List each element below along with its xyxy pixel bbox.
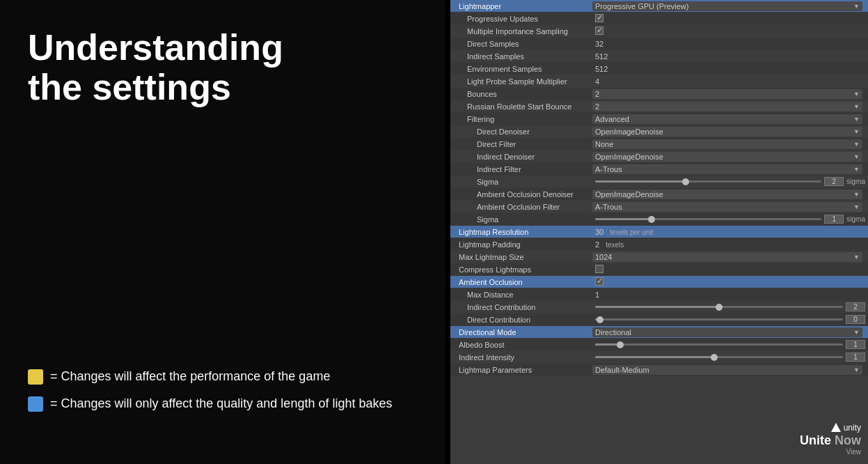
direct-denoiser-dropdown-arrow: ▼ <box>853 128 860 135</box>
indirect-samples-row: Indirect Samples 512 <box>450 50 868 63</box>
sigma-indirect-num: 2 <box>824 177 844 186</box>
title-line1: Understanding <box>28 27 283 68</box>
light-probe-row: Light Probe Sample Multiplier 4 <box>450 75 868 88</box>
indirect-contribution-thumb[interactable] <box>716 304 723 311</box>
ao-denoiser-dropdown-arrow: ▼ <box>853 191 860 198</box>
direct-contribution-track[interactable] <box>595 318 843 320</box>
albedo-boost-label: Albedo Boost <box>453 341 592 349</box>
russian-roulette-value[interactable]: 2 ▼ <box>592 102 862 111</box>
lightmap-padding-value: 2 texels <box>592 240 865 249</box>
ambient-occlusion-value <box>592 277 865 287</box>
lightmap-parameters-value[interactable]: Default-Medium ▼ <box>592 365 862 375</box>
direct-denoiser-value[interactable]: OpenImageDenoise ▼ <box>592 127 862 137</box>
directional-mode-dropdown-arrow: ▼ <box>853 329 860 336</box>
title-block: Understanding the settings <box>28 28 418 107</box>
lightmapper-label: Lightmapper <box>453 2 592 10</box>
sigma-ao-num: 1 <box>824 215 844 224</box>
unity-logo-icon <box>830 422 842 433</box>
direct-denoiser-label: Direct Denoiser <box>453 127 592 136</box>
bounces-label: Bounces <box>453 90 592 98</box>
ao-filter-value[interactable]: A-Trous ▼ <box>592 202 862 212</box>
sigma-indirect-slider: 2 sigma <box>595 177 865 186</box>
ambient-occlusion-row: Ambient Occlusion <box>450 276 868 288</box>
legend-blue: = Changes will only affect the quality a… <box>28 395 418 412</box>
light-probe-label: Light Probe Sample Multiplier <box>453 77 592 86</box>
environment-samples-label: Environment Samples <box>453 65 592 73</box>
progressive-updates-label: Progressive Updates <box>453 15 592 23</box>
albedo-boost-thumb[interactable] <box>617 341 624 348</box>
yellow-square-icon <box>28 369 43 385</box>
indirect-intensity-value: 1 <box>592 353 865 362</box>
compress-lightmaps-value <box>592 265 865 274</box>
indirect-contribution-fill <box>595 306 719 308</box>
sigma-indirect-thumb[interactable] <box>682 178 689 185</box>
max-lightmap-value[interactable]: 1024 ▼ <box>592 252 862 262</box>
indirect-contribution-track[interactable] <box>595 306 843 308</box>
max-lightmap-row: Max Lightmap Size 1024 ▼ <box>450 251 868 263</box>
lightmapper-value[interactable]: Progressive GPU (Preview) ▼ <box>592 1 862 11</box>
direct-samples-row: Direct Samples 32 <box>450 38 868 50</box>
lightmap-resolution-value: 30 texels per unit <box>592 228 865 236</box>
direct-contribution-label: Direct Contribution <box>453 316 592 324</box>
left-panel: Understanding the settings = Changes wil… <box>0 0 445 464</box>
blue-square-icon <box>28 396 43 412</box>
indirect-denoiser-value[interactable]: OpenImageDenoise ▼ <box>592 152 862 162</box>
settings-container[interactable]: Lightmapper Progressive GPU (Preview) ▼ … <box>450 0 868 464</box>
title-line2: the settings <box>28 67 231 107</box>
ao-filter-dropdown-arrow: ▼ <box>853 203 860 210</box>
sigma-ao-track[interactable] <box>595 218 821 220</box>
lightmap-parameters-label: Lightmap Parameters <box>453 366 592 374</box>
indirect-intensity-row: Indirect Intensity 1 <box>450 351 868 364</box>
indirect-intensity-label: Indirect Intensity <box>453 353 592 362</box>
albedo-boost-num: 1 <box>846 340 865 349</box>
bounces-value[interactable]: 2 ▼ <box>592 89 862 99</box>
direct-denoiser-row: Direct Denoiser OpenImageDenoise ▼ <box>450 125 868 138</box>
indirect-contribution-value: 2 <box>592 302 865 311</box>
indirect-contribution-num: 2 <box>846 302 865 311</box>
ambient-occlusion-checkbox[interactable] <box>595 277 603 286</box>
filtering-value[interactable]: Advanced ▼ <box>592 114 862 124</box>
sigma-indirect-track[interactable] <box>595 180 821 183</box>
ao-denoiser-value[interactable]: OpenImageDenoise ▼ <box>592 190 862 199</box>
filtering-label: Filtering <box>453 115 592 123</box>
indirect-intensity-track[interactable] <box>595 356 843 358</box>
indirect-filter-row: Indirect Filter A-Trous ▼ <box>450 163 868 176</box>
legend-blue-text: = Changes will only affect the quality a… <box>50 395 392 412</box>
albedo-boost-slider: 1 <box>595 340 865 349</box>
indirect-intensity-thumb[interactable] <box>711 354 718 361</box>
direct-contribution-value: 0 <box>592 315 865 324</box>
indirect-samples-label: Indirect Samples <box>453 52 592 61</box>
sigma-indirect-label: Sigma <box>453 178 592 186</box>
compress-lightmaps-checkbox[interactable] <box>595 265 603 273</box>
albedo-boost-track[interactable] <box>595 343 843 346</box>
indirect-denoiser-row: Indirect Denoiser OpenImageDenoise ▼ <box>450 150 868 163</box>
indirect-filter-dropdown-arrow: ▼ <box>853 166 860 173</box>
direct-contribution-thumb[interactable] <box>597 316 603 323</box>
russian-roulette-label: Russian Roulette Start Bounce <box>453 102 592 111</box>
progressive-updates-checkbox[interactable] <box>595 14 603 22</box>
view-text: View <box>800 448 861 456</box>
environment-samples-row: Environment Samples 512 <box>450 63 868 75</box>
direct-contribution-num: 0 <box>846 315 865 324</box>
max-lightmap-dropdown-arrow: ▼ <box>853 254 860 261</box>
direct-samples-label: Direct Samples <box>453 40 592 48</box>
sigma-ao-thumb[interactable] <box>648 216 655 223</box>
multiple-importance-row: Multiple Importance Sampling <box>450 25 868 38</box>
direct-filter-label: Direct Filter <box>453 140 592 148</box>
direct-filter-row: Direct Filter None ▼ <box>450 138 868 150</box>
progressive-updates-value <box>592 14 865 24</box>
albedo-boost-value: 1 <box>592 340 865 349</box>
directional-mode-value[interactable]: Directional ▼ <box>592 327 862 337</box>
lightmap-padding-label: Lightmap Padding <box>453 240 592 249</box>
progressive-updates-row: Progressive Updates <box>450 13 868 25</box>
sigma-ao-row: Sigma 1 sigma <box>450 213 868 226</box>
ao-filter-row: Ambient Occlusion Filter A-Trous ▼ <box>450 201 868 213</box>
indirect-filter-value[interactable]: A-Trous ▼ <box>592 164 862 174</box>
lightmap-resolution-row: Lightmap Resolution 30 texels per unit <box>450 226 868 238</box>
legend-yellow: = Changes will affect the performance of… <box>28 368 418 385</box>
sigma-indirect-fill <box>595 180 686 183</box>
albedo-boost-row: Albedo Boost 1 <box>450 339 868 351</box>
multiple-importance-checkbox[interactable] <box>595 26 603 35</box>
direct-filter-value[interactable]: None ▼ <box>592 139 862 149</box>
russian-roulette-row: Russian Roulette Start Bounce 2 ▼ <box>450 100 868 113</box>
